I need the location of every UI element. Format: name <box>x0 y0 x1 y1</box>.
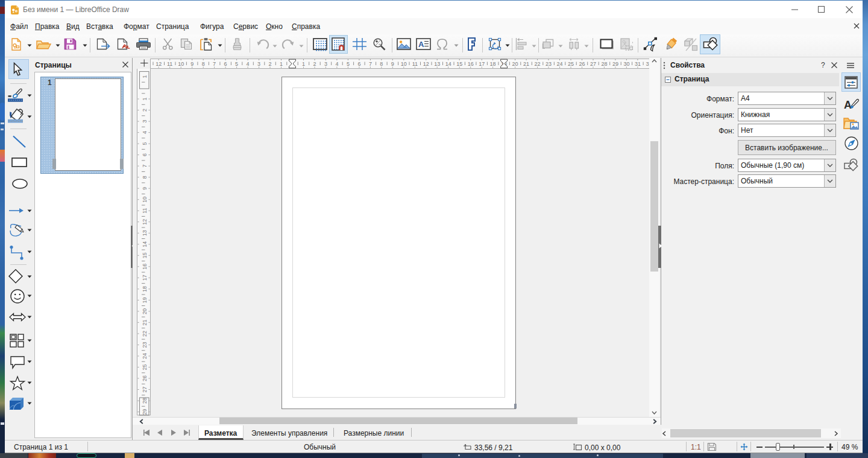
svg-text:22: 22 <box>535 61 541 67</box>
svg-text:9: 9 <box>190 61 193 67</box>
svg-text:22: 22 <box>142 331 148 337</box>
svg-text:8: 8 <box>202 61 205 67</box>
svg-text:14: 14 <box>142 241 148 247</box>
svg-text:15: 15 <box>456 61 462 67</box>
svg-text:7: 7 <box>369 61 372 67</box>
svg-text:3: 3 <box>324 61 327 67</box>
svg-text:1: 1 <box>280 61 283 67</box>
svg-text:25: 25 <box>568 61 574 67</box>
svg-text:12: 12 <box>142 219 148 225</box>
svg-text:1: 1 <box>302 61 305 67</box>
svg-text:27: 27 <box>142 386 148 392</box>
svg-text:28: 28 <box>142 398 148 404</box>
svg-text:6: 6 <box>224 61 227 67</box>
svg-text:17: 17 <box>142 275 148 281</box>
svg-text:1: 1 <box>142 75 148 78</box>
svg-text:11: 11 <box>412 61 418 67</box>
svg-text:24: 24 <box>556 61 562 67</box>
svg-text:14: 14 <box>445 61 451 67</box>
svg-text:29: 29 <box>142 409 148 415</box>
svg-text:2: 2 <box>268 61 271 67</box>
svg-text:A: A <box>418 40 424 49</box>
svg-text:4: 4 <box>142 131 148 134</box>
svg-text:4: 4 <box>247 61 250 67</box>
svg-text:13: 13 <box>142 230 148 236</box>
svg-text:1: 1 <box>142 97 148 100</box>
svg-text:25: 25 <box>142 364 148 370</box>
svg-text:2: 2 <box>142 109 148 112</box>
svg-text:30: 30 <box>623 61 629 67</box>
svg-text:15: 15 <box>142 252 148 258</box>
svg-text:7: 7 <box>213 61 216 67</box>
svg-text:27: 27 <box>590 61 596 67</box>
svg-text:16: 16 <box>142 264 148 270</box>
svg-text:20: 20 <box>512 61 518 67</box>
svg-text:10: 10 <box>401 61 407 67</box>
svg-text:8: 8 <box>142 176 148 179</box>
svg-text:9: 9 <box>391 61 394 67</box>
svg-text:11: 11 <box>167 61 172 67</box>
svg-text:23: 23 <box>546 61 552 67</box>
svg-text:2: 2 <box>313 61 316 67</box>
svg-text:9: 9 <box>142 187 148 190</box>
svg-text:18: 18 <box>490 61 496 67</box>
svg-text:19: 19 <box>142 297 148 303</box>
svg-text:28: 28 <box>601 61 607 67</box>
svg-text:10: 10 <box>178 61 184 67</box>
svg-text:24: 24 <box>142 353 148 359</box>
svg-text:13: 13 <box>434 61 440 67</box>
svg-text:16: 16 <box>468 61 474 67</box>
svg-text:A: A <box>844 99 852 111</box>
svg-text:10: 10 <box>142 197 148 203</box>
svg-text:23: 23 <box>142 342 148 348</box>
svg-text:3: 3 <box>257 61 260 67</box>
svg-text:12: 12 <box>423 61 429 67</box>
svg-text:18: 18 <box>142 286 148 292</box>
svg-text:5: 5 <box>235 61 238 67</box>
svg-text:4: 4 <box>335 61 338 67</box>
svg-text:21: 21 <box>523 61 529 67</box>
svg-text:6: 6 <box>142 153 148 156</box>
svg-text:7: 7 <box>142 165 148 168</box>
svg-text:17: 17 <box>479 61 485 67</box>
svg-text:20: 20 <box>142 308 148 314</box>
svg-text:12: 12 <box>156 61 162 67</box>
svg-text:11: 11 <box>142 208 148 214</box>
svg-text:6: 6 <box>357 61 360 67</box>
svg-text:31: 31 <box>635 61 641 67</box>
svg-text:5: 5 <box>142 142 148 145</box>
svg-text:26: 26 <box>579 61 585 67</box>
svg-text:5: 5 <box>347 61 350 67</box>
svg-text:21: 21 <box>142 319 148 325</box>
svg-text:8: 8 <box>380 61 383 67</box>
svg-text:26: 26 <box>142 375 148 381</box>
svg-text:3: 3 <box>142 120 148 123</box>
svg-text:29: 29 <box>612 61 618 67</box>
